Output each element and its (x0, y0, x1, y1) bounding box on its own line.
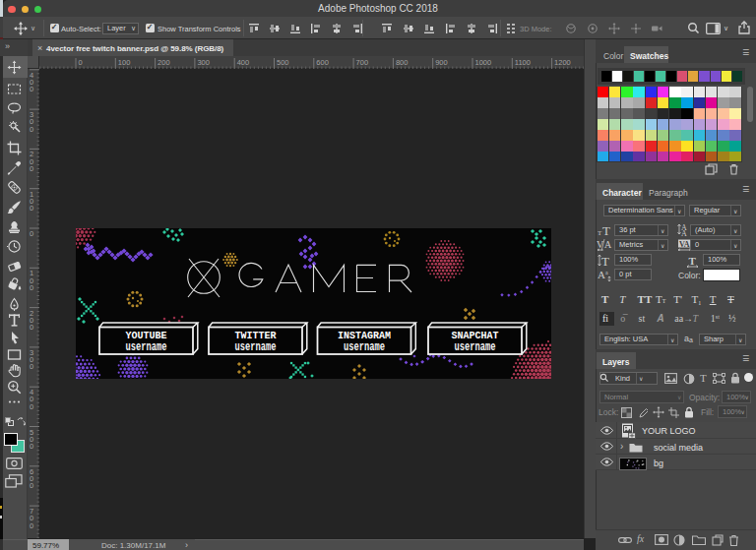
svg-text:A: A (604, 239, 612, 250)
svg-text:a: a (605, 270, 608, 275)
svg-text:600: 600 (316, 58, 329, 67)
svg-text:0: 0 (30, 362, 33, 371)
svg-text:1200: 1200 (554, 58, 571, 67)
svg-text:1100: 1100 (515, 58, 531, 67)
svg-text:A: A (681, 229, 687, 236)
svg-text:800: 800 (396, 58, 409, 67)
svg-text:0: 0 (30, 323, 33, 332)
svg-text:100: 100 (118, 58, 131, 67)
svg-text:200: 200 (158, 58, 170, 67)
svg-text:0: 0 (30, 85, 33, 93)
svg-text:0: 0 (30, 125, 33, 134)
svg-text:900: 900 (435, 58, 448, 67)
svg-text:0: 0 (30, 229, 33, 238)
svg-text:400: 400 (237, 58, 250, 67)
svg-text:username: username (344, 340, 385, 354)
svg-text:500: 500 (277, 58, 289, 67)
svg-text:0: 0 (30, 164, 33, 173)
svg-text:VA: VA (679, 240, 690, 249)
svg-text:700: 700 (356, 58, 369, 67)
svg-text:0: 0 (79, 58, 83, 67)
svg-text:1000: 1000 (475, 58, 492, 67)
svg-text:T: T (598, 229, 602, 236)
svg-text:0: 0 (30, 283, 33, 292)
svg-text:A: A (598, 269, 605, 280)
svg-text:0: 0 (30, 521, 33, 530)
svg-text:0: 0 (30, 442, 33, 451)
svg-text:username: username (455, 340, 496, 354)
svg-text:0: 0 (30, 204, 33, 213)
svg-text:T: T (602, 224, 610, 236)
svg-text:username: username (235, 340, 277, 354)
svg-text:300: 300 (197, 58, 210, 67)
svg-text:0: 0 (30, 481, 33, 490)
svg-text:0: 0 (30, 402, 33, 411)
svg-text:T: T (689, 255, 697, 267)
svg-text:T: T (601, 254, 609, 267)
svg-text:username: username (126, 340, 167, 354)
